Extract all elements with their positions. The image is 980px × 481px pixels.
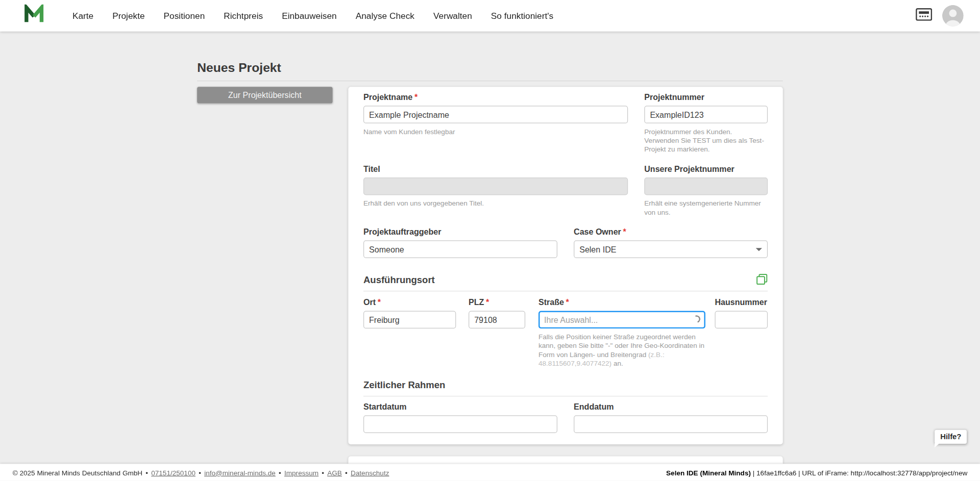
- next-card-partial: [348, 457, 782, 464]
- field-enddatum: Enddatum: [574, 403, 768, 433]
- required-marker: *: [486, 298, 489, 308]
- nav-item-karte[interactable]: Karte: [72, 11, 93, 21]
- projektnummer-label: Projektnummer: [644, 93, 768, 102]
- help-button-label: Hilfe?: [940, 433, 961, 441]
- case-owner-select[interactable]: Selen IDE: [574, 240, 768, 258]
- projektauftraggeber-label: Projektauftraggeber: [363, 228, 557, 237]
- required-marker: *: [623, 227, 626, 237]
- ort-input[interactable]: [363, 311, 456, 329]
- separator: •: [145, 469, 148, 476]
- field-case-owner: Case Owner* Selen IDE: [574, 228, 768, 258]
- main-content: Neues Projekt Zur Projektübersicht Proje…: [0, 32, 980, 464]
- mineral-minds-logo-icon: [24, 5, 44, 27]
- unsere-projektnummer-input: [644, 178, 768, 195]
- brand-logo[interactable]: [24, 5, 44, 27]
- enddatum-label: Enddatum: [574, 403, 768, 412]
- nav-item-positionen[interactable]: Positionen: [164, 11, 205, 21]
- section-ausfuehrungsort: Ausführungsort: [363, 274, 768, 292]
- project-form-card: Projektname* Name vom Kunden festlegbar …: [348, 87, 782, 444]
- impressum-link[interactable]: Impressum: [284, 469, 318, 476]
- session-details: | 16fae1ffc6a6 | URL of iFrame: http://l…: [751, 469, 967, 476]
- field-plz: PLZ*: [469, 298, 525, 328]
- separator: •: [279, 469, 281, 476]
- field-projektauftraggeber: Projektauftraggeber: [363, 228, 557, 258]
- field-startdatum: Startdatum: [363, 403, 557, 433]
- session-owner: Selen IDE (Mineral Minds): [666, 469, 751, 476]
- footer: © 2025 Mineral Minds Deutschland GmbH • …: [0, 464, 980, 480]
- strasse-label: Straße*: [538, 298, 705, 307]
- projektnummer-input[interactable]: [644, 106, 768, 123]
- projektnummer-helper: Projektnummer des Kunden. Verwenden Sie …: [644, 127, 768, 154]
- help-button[interactable]: Hilfe?: [935, 430, 967, 444]
- title-divider: [197, 81, 783, 81]
- titel-label: Titel: [363, 165, 628, 173]
- footer-session-info: Selen IDE (Mineral Minds) | 16fae1ffc6a6…: [666, 469, 967, 476]
- agb-link[interactable]: AGB: [327, 469, 342, 476]
- projektname-helper: Name vom Kunden festlegbar: [363, 127, 628, 136]
- field-hausnummer: Hausnummer: [715, 298, 768, 328]
- field-projektname: Projektname* Name vom Kunden festlegbar: [363, 93, 628, 136]
- field-unsere-projektnummer: Unsere Projektnummer Erhält eine systemg…: [644, 165, 768, 216]
- projektname-input[interactable]: [363, 106, 628, 123]
- field-projektnummer: Projektnummer Projektnummer des Kunden. …: [644, 93, 768, 154]
- section-zeitlicher-rahmen: Zeitlicher Rahmen: [363, 379, 768, 396]
- project-overview-button[interactable]: Zur Projektübersicht: [197, 87, 332, 103]
- required-marker: *: [566, 298, 569, 308]
- chevron-down-icon: [756, 248, 762, 251]
- ort-label: Ort*: [363, 298, 456, 307]
- enddatum-input[interactable]: [574, 415, 768, 433]
- strasse-helper: Falls die Position keiner Straße zugeord…: [538, 332, 705, 367]
- titel-input: [363, 178, 628, 195]
- hausnummer-label: Hausnummer: [715, 298, 768, 307]
- nav-item-analyse-check[interactable]: Analyse Check: [356, 11, 414, 21]
- separator: •: [199, 469, 201, 476]
- nav-right-icons: [916, 5, 964, 27]
- help-bubble-tail: [935, 443, 940, 448]
- strasse-input[interactable]: [538, 311, 705, 329]
- phone-link[interactable]: 07151/250100: [151, 469, 195, 476]
- field-titel: Titel Erhält den von uns vorgegebenen Ti…: [363, 165, 628, 208]
- section-zeitlicher-rahmen-title: Zeitlicher Rahmen: [363, 379, 445, 390]
- section-ausfuehrungsort-title: Ausführungsort: [363, 274, 435, 285]
- nav-item-so-funktionierts[interactable]: So funktioniert's: [491, 11, 553, 21]
- copyright-text: © 2025 Mineral Minds Deutschland GmbH: [13, 469, 142, 476]
- projektauftraggeber-input[interactable]: [363, 240, 557, 258]
- field-strasse: Straße* Falls die Position keiner Straße…: [538, 298, 705, 368]
- startdatum-input[interactable]: [363, 415, 557, 433]
- datenschutz-link[interactable]: Datenschutz: [351, 469, 389, 476]
- field-ort: Ort*: [363, 298, 456, 328]
- plz-label: PLZ*: [469, 298, 525, 307]
- separator: •: [322, 469, 324, 476]
- startdatum-label: Startdatum: [363, 403, 557, 412]
- titel-helper: Erhält den von uns vorgegebenen Titel.: [363, 199, 628, 208]
- nav-item-projekte[interactable]: Projekte: [112, 11, 144, 21]
- strasse-input-wrap: [538, 311, 705, 329]
- nav-item-verwalten[interactable]: Verwalten: [433, 11, 472, 21]
- terminal-icon[interactable]: [916, 8, 932, 23]
- top-navigation: Karte Projekte Positionen Richtpreis Ein…: [0, 0, 980, 32]
- email-link[interactable]: info@mineral-minds.de: [204, 469, 276, 476]
- footer-left: © 2025 Mineral Minds Deutschland GmbH • …: [13, 469, 389, 476]
- app-viewport: Karte Projekte Positionen Richtpreis Ein…: [0, 0, 980, 481]
- user-avatar[interactable]: [942, 5, 964, 27]
- nav-item-einbauweisen[interactable]: Einbauweisen: [282, 11, 337, 21]
- unsere-projektnummer-helper: Erhält eine systemgenerierte Nummer von …: [644, 199, 768, 217]
- separator: •: [345, 469, 348, 476]
- page-title: Neues Projekt: [197, 60, 281, 74]
- copy-icon[interactable]: [756, 274, 768, 285]
- case-owner-selected-value: Selen IDE: [579, 244, 616, 254]
- case-owner-label: Case Owner*: [574, 228, 768, 237]
- required-marker: *: [378, 298, 381, 308]
- unsere-projektnummer-label: Unsere Projektnummer: [644, 165, 768, 173]
- main-nav: Karte Projekte Positionen Richtpreis Ein…: [72, 11, 553, 21]
- nav-item-richtpreis[interactable]: Richtpreis: [224, 11, 263, 21]
- plz-input[interactable]: [469, 311, 525, 329]
- required-marker: *: [414, 92, 418, 102]
- projektname-label: Projektname*: [363, 93, 628, 102]
- hausnummer-input[interactable]: [715, 311, 768, 329]
